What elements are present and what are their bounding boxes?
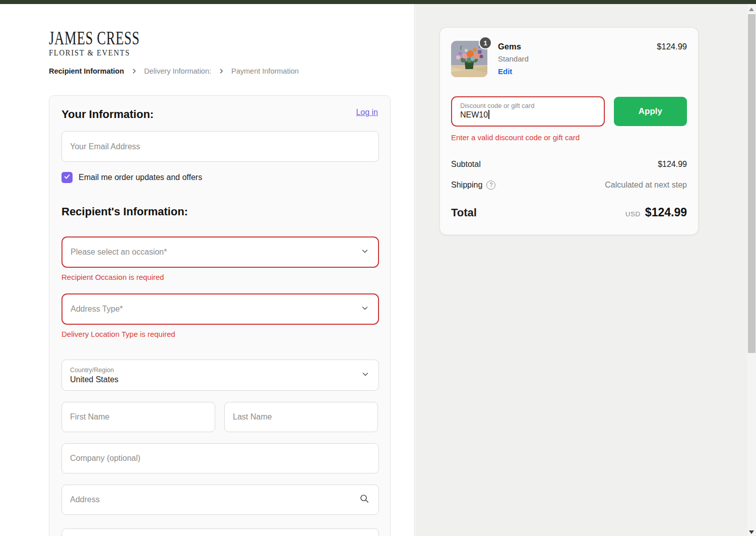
email-updates-checkbox[interactable] [61, 172, 73, 183]
recipient-information-heading: Recipient's Information: [61, 205, 378, 218]
shipping-row: Shipping ? Calculated at next step [451, 181, 687, 190]
search-icon [359, 493, 370, 506]
discount-code-input[interactable]: Discount code or gift card NEW10 [451, 96, 605, 127]
order-summary-card: 1 Gems Standard Edit $124.99 Discount co… [439, 27, 699, 235]
email-updates-label: Email me order updates and offers [79, 173, 202, 182]
top-accent-bar [0, 0, 756, 4]
email-field[interactable] [61, 131, 379, 162]
country-region-label: Country/Region [70, 367, 370, 374]
breadcrumb-recipient-information[interactable]: Recipient Information [49, 67, 124, 75]
product-name: Gems [498, 42, 657, 51]
subtotal-label: Subtotal [451, 160, 481, 169]
first-name-field[interactable] [61, 402, 215, 432]
company-field[interactable] [61, 443, 379, 473]
store-logo-tagline: FLORIST & EVENTS [49, 48, 157, 58]
chevron-right-icon [131, 68, 137, 74]
breadcrumb: Recipient Information Delivery Informati… [49, 67, 299, 75]
address-type-select-placeholder: Address Type* [71, 305, 370, 314]
log-in-link[interactable]: Log in [356, 108, 378, 117]
occasion-select-placeholder: Please select an occasion* [71, 248, 370, 257]
total-row: Total USD $124.99 [451, 206, 687, 219]
scrollbar-thumb[interactable] [748, 14, 755, 353]
address-type-error-message: Delivery Location Type is required [61, 330, 378, 338]
occasion-select[interactable]: Please select an occasion* [61, 236, 379, 268]
store-logo-name: JAMES CRESS [49, 27, 140, 49]
country-region-value: United States [70, 375, 370, 384]
address-type-select[interactable]: Address Type* [61, 293, 379, 325]
shipping-label: Shipping [451, 181, 482, 190]
last-name-field[interactable] [224, 402, 378, 432]
total-label: Total [451, 206, 477, 219]
vertical-scrollbar[interactable] [747, 4, 756, 536]
scroll-down-arrow-icon[interactable] [749, 530, 754, 534]
checkout-form-card: Your Information: Log in Email me order … [49, 95, 391, 536]
discount-error-message: Enter a valid discount code or gift card [451, 133, 687, 142]
subtotal-row: Subtotal $124.99 [451, 160, 687, 169]
address-line2-field[interactable] [61, 528, 379, 536]
shipping-value: Calculated at next step [605, 181, 687, 190]
chevron-right-icon [218, 68, 224, 74]
chevron-down-icon [361, 370, 369, 380]
subtotal-value: $124.99 [658, 160, 687, 169]
currency-code: USD [625, 210, 641, 218]
text-cursor [488, 110, 489, 119]
apply-discount-button[interactable]: Apply [614, 97, 687, 126]
chevron-down-icon [361, 304, 369, 314]
country-region-select[interactable]: Country/Region United States [61, 360, 379, 391]
checkout-main-column: JAMES CRESS FLORIST & EVENTS Recipient I… [0, 4, 415, 536]
store-logo[interactable]: JAMES CRESS FLORIST & EVENTS [49, 27, 175, 58]
quantity-badge: 1 [479, 36, 492, 49]
discount-code-value: NEW10 [460, 110, 488, 120]
check-icon [64, 173, 71, 182]
breadcrumb-delivery-information[interactable]: Delivery Information: [144, 67, 211, 75]
occasion-error-message: Recipient Occasion is required [61, 273, 378, 281]
discount-code-label: Discount code or gift card [460, 102, 596, 109]
chevron-down-icon [361, 247, 369, 257]
cart-item-row: 1 Gems Standard Edit $124.99 [451, 41, 687, 77]
help-icon[interactable]: ? [486, 181, 495, 190]
breadcrumb-payment-information[interactable]: Payment Information [231, 67, 299, 75]
product-price: $124.99 [657, 41, 687, 51]
your-information-heading: Your Information: [61, 108, 154, 121]
edit-item-link[interactable]: Edit [498, 67, 512, 76]
scroll-up-arrow-icon[interactable] [749, 8, 754, 11]
product-variant: Standard [498, 54, 657, 63]
total-value: $124.99 [645, 206, 687, 219]
order-summary-panel: 1 Gems Standard Edit $124.99 Discount co… [415, 4, 747, 536]
address-field[interactable] [61, 485, 379, 515]
